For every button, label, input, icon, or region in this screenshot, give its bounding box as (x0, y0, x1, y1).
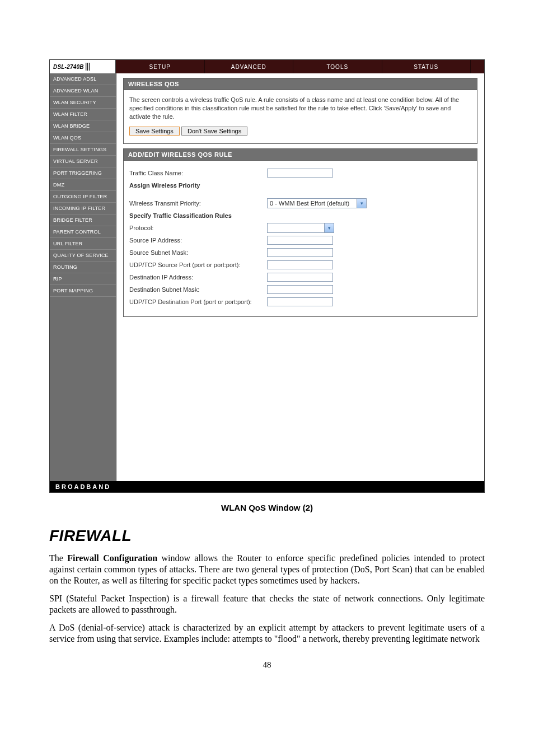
sidebar-item[interactable]: VIRTUAL SERVER (50, 156, 116, 167)
sidebar-item[interactable]: PORT MAPPING (50, 285, 116, 297)
label-source-subnet: Source Subnet Mask: (129, 249, 267, 256)
sidebar-item[interactable]: WLAN FILTER (50, 109, 116, 120)
sidebar: ADVANCED ADSL ADVANCED WLAN WLAN SECURIT… (50, 73, 116, 481)
figure-caption: WLAN QoS Window (2) (49, 503, 485, 512)
sidebar-item[interactable]: PARENT CONTROL (50, 226, 116, 238)
top-nav: SETUP ADVANCED TOOLS STATUS (116, 60, 484, 73)
save-settings-button[interactable]: Save Settings (129, 127, 180, 136)
sidebar-item[interactable]: RIP (50, 273, 116, 285)
tab-setup[interactable]: SETUP (116, 60, 205, 73)
label-dest-subnet: Destination Subnet Mask: (129, 286, 267, 293)
panel-title-add-edit-rule: ADD/EDIT WIRELESS QOS RULE (123, 148, 477, 161)
label-protocol: Protocol: (129, 225, 267, 231)
sidebar-item[interactable]: ROUTING (50, 262, 116, 273)
input-source-ip[interactable] (267, 236, 333, 245)
select-protocol[interactable]: ▾ (267, 223, 334, 233)
sidebar-item[interactable]: WLAN QOS (50, 132, 116, 144)
input-source-port[interactable] (267, 260, 333, 269)
sidebar-item[interactable]: FIREWALL SETTINGS (50, 144, 116, 156)
input-dest-subnet[interactable] (267, 285, 333, 294)
tab-spacer (471, 60, 484, 73)
label-wireless-transmit-priority: Wireless Transmit Priority: (129, 200, 267, 207)
chevron-down-icon: ▾ (324, 223, 334, 232)
sidebar-item[interactable]: URL FILTER (50, 238, 116, 250)
panel-description: The screen controls a wireless traffic Q… (129, 96, 471, 121)
doc-paragraph: The Firewall Configuration window allows… (49, 553, 485, 586)
sidebar-item[interactable]: ADVANCED ADSL (50, 73, 116, 85)
label-traffic-class-name: Traffic Class Name: (129, 170, 267, 176)
tab-status[interactable]: STATUS (382, 60, 471, 73)
sidebar-item[interactable]: DMZ (50, 179, 116, 191)
section-heading-firewall: FIREWALL (49, 527, 485, 545)
sidebar-item[interactable]: QUALITY OF SERVICE (50, 250, 116, 262)
heading-assign-wireless-priority: Assign Wireless Priority (129, 182, 267, 189)
page-number: 48 (49, 660, 485, 670)
panel-title-wireless-qos: WIRELESS QOS (123, 78, 477, 90)
footer-brand: BROADBAND (50, 481, 484, 492)
label-dest-ip: Destination IP Address: (129, 274, 267, 281)
tab-advanced[interactable]: ADVANCED (205, 60, 294, 73)
sidebar-item[interactable]: PORT TRIGGERING (50, 167, 116, 179)
tab-tools[interactable]: TOOLS (293, 60, 382, 73)
doc-paragraph: A DoS (denial-of-service) attack is char… (49, 622, 485, 645)
sidebar-item[interactable]: INCOMING IP FILTER (50, 203, 116, 214)
heading-specify-traffic-classification: Specify Traffic Classification Rules (129, 212, 267, 219)
input-source-subnet[interactable] (267, 248, 333, 257)
label-source-ip: Source IP Address: (129, 237, 267, 244)
dont-save-settings-button[interactable]: Don't Save Settings (181, 127, 247, 136)
input-dest-port[interactable] (267, 297, 333, 306)
select-value: 0 - WMM Best Effort (default) (270, 200, 349, 207)
sidebar-item[interactable]: OUTGOING IP FILTER (50, 191, 116, 203)
router-admin-screenshot: DSL-2740B SETUP ADVANCED TOOLS STATUS AD… (49, 59, 485, 493)
input-traffic-class-name[interactable] (267, 169, 333, 178)
sidebar-item[interactable]: BRIDGE FILTER (50, 214, 116, 226)
label-dest-port: UDP/TCP Destination Port (port or port:p… (129, 298, 267, 305)
label-source-port: UDP/TCP Source Port (port or port:port): (129, 262, 267, 268)
doc-paragraph: SPI (Stateful Packet Inspection) is a fi… (49, 593, 485, 615)
select-wireless-transmit-priority[interactable]: 0 - WMM Best Effort (default) ▾ (267, 198, 367, 208)
sidebar-item[interactable]: ADVANCED WLAN (50, 85, 116, 97)
device-logo: DSL-2740B (50, 60, 116, 73)
sidebar-item[interactable]: WLAN SECURITY (50, 97, 116, 109)
chevron-down-icon: ▾ (357, 199, 366, 208)
input-dest-ip[interactable] (267, 273, 333, 282)
sidebar-item[interactable]: WLAN BRIDGE (50, 120, 116, 132)
